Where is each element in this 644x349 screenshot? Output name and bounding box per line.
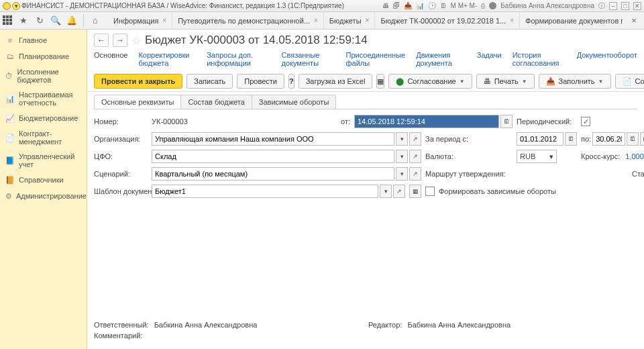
close-button[interactable]: ✕ xyxy=(633,2,641,10)
dropdown-icon[interactable]: ▾ xyxy=(396,167,408,181)
sidebar-item[interactable]: 🗂Планирование xyxy=(0,48,87,64)
app-tab[interactable]: Формирование документов по граф...× xyxy=(520,12,623,29)
bell-icon[interactable]: 🔔 xyxy=(66,15,78,27)
toolbar-icon[interactable]: ⎙ xyxy=(481,2,485,9)
link-related[interactable]: Связанные документы xyxy=(282,51,335,67)
link-main[interactable]: Основное xyxy=(94,51,127,67)
tab-close-icon[interactable]: × xyxy=(162,17,166,24)
period-to-input[interactable] xyxy=(592,132,625,146)
post-close-button[interactable]: Провести и закрыть xyxy=(94,74,182,89)
org-input[interactable] xyxy=(152,132,394,146)
rate-value: 1,0000 xyxy=(625,152,644,160)
link-files[interactable]: Присоединенные файлы xyxy=(345,51,405,67)
link-tasks[interactable]: Задачи xyxy=(477,51,502,67)
periodic-label: Периодический: xyxy=(517,117,577,126)
scenario-input[interactable] xyxy=(152,167,394,181)
doc-tab-dependent[interactable]: Зависимые обороты xyxy=(252,95,337,109)
template-input[interactable] xyxy=(152,185,378,198)
app-tab[interactable]: Информация× xyxy=(108,12,172,29)
toolbar-icon[interactable]: 🖶 xyxy=(382,2,389,9)
doc-title: Бюджет УК-000003 от 14.05.2018 12:59:14 xyxy=(145,34,368,47)
app-tab[interactable]: Бюджеты× xyxy=(324,12,376,29)
open-icon[interactable]: ↗ xyxy=(409,150,421,163)
sidebar-item[interactable]: 📊Настраиваемая отчетность xyxy=(0,87,87,110)
sidebar-item[interactable]: 📘Управленческий учет xyxy=(0,149,87,172)
dropdown-icon[interactable]: ▾ xyxy=(12,2,20,10)
tab-close-icon[interactable]: × xyxy=(314,17,318,24)
dropdown-icon[interactable]: ▾ xyxy=(396,150,408,163)
star-icon[interactable]: ★ xyxy=(17,15,30,27)
app-tab[interactable]: Путеводитель по демонстрационной...× xyxy=(172,12,324,29)
calendar-icon[interactable]: 🗓 xyxy=(500,115,513,128)
open-icon[interactable]: ↗ xyxy=(393,185,405,198)
save-button[interactable]: Записать xyxy=(186,74,233,89)
dropdown-icon[interactable]: ▾ xyxy=(396,132,408,146)
period-select-icon[interactable]: (•) xyxy=(640,132,644,146)
sidebar-item[interactable]: 📈Бюджетирование xyxy=(0,110,87,126)
periodic-checkbox[interactable]: ✓ xyxy=(581,117,590,126)
open-icon[interactable]: ↗ xyxy=(409,132,421,146)
print-button[interactable]: 🖶Печать▼ xyxy=(476,74,535,89)
home-icon[interactable]: ⌂ xyxy=(89,15,101,27)
sidebar-item[interactable]: ≡Главное xyxy=(0,32,87,48)
from-date-input[interactable] xyxy=(354,115,499,128)
favorite-star-icon[interactable]: ☆ xyxy=(131,34,141,47)
link-movements[interactable]: Движения документа xyxy=(416,51,466,67)
currency-label: Валюта: xyxy=(425,152,513,160)
sidebar-item[interactable]: ⚙Администрирование xyxy=(0,188,87,204)
link-docflow[interactable]: Документооборот xyxy=(577,51,637,67)
currency-select[interactable]: RUB▾ xyxy=(517,150,557,163)
sidebar-item[interactable]: ⏱Исполнение бюджетов xyxy=(0,64,87,87)
template-extra-icon[interactable]: ▦ xyxy=(409,185,421,198)
doc-links: Основное Корректировки бюджета Запросы д… xyxy=(87,51,644,71)
help-button[interactable]: ? xyxy=(288,74,294,89)
doc-tab-composition[interactable]: Состав бюджета xyxy=(180,95,252,109)
toolbar-text: M M+ M- xyxy=(451,2,478,9)
link-approval-history[interactable]: История согласования xyxy=(513,51,566,67)
toolbar-icon[interactable]: 📥 xyxy=(404,2,412,9)
sidebar-item[interactable]: 📄Контракт-менеджмент xyxy=(0,126,87,149)
period-from-input[interactable] xyxy=(517,132,564,146)
table-icon-button[interactable]: ▦ xyxy=(376,74,384,89)
planning-icon: 🗂 xyxy=(5,52,15,61)
create-from-button[interactable]: 📄Создать на основании▼ xyxy=(615,74,644,89)
dropdown-icon[interactable]: ▾ xyxy=(380,185,392,198)
toolbar-icon[interactable]: 🗐 xyxy=(393,2,400,9)
minimize-button[interactable]: – xyxy=(609,2,617,10)
link-corrections[interactable]: Корректировки бюджета xyxy=(138,51,196,67)
calendar-icon[interactable]: 🗓 xyxy=(565,132,577,146)
open-icon[interactable]: ↗ xyxy=(409,167,421,181)
app-tab[interactable]: Бюджет ТК-000002 от 19.02.2018 1...× xyxy=(375,12,520,29)
doc-tab-main[interactable]: Основные реквизиты xyxy=(94,95,181,109)
app-tabs: Информация× Путеводитель по демонстрацио… xyxy=(108,12,623,29)
tab-close-icon[interactable]: × xyxy=(366,17,370,24)
app-logo-icon xyxy=(3,2,11,10)
dep-flows-checkbox[interactable] xyxy=(425,187,435,196)
sidebar: ≡Главное 🗂Планирование ⏱Исполнение бюдже… xyxy=(0,30,87,349)
history-icon[interactable]: ↻ xyxy=(34,15,46,27)
fill-button[interactable]: 📥Заполнить▼ xyxy=(539,74,611,89)
calendar-icon[interactable]: 🗓 xyxy=(627,132,639,146)
search-icon[interactable]: 🔍 xyxy=(50,15,62,27)
load-excel-button[interactable]: Загрузка из Excel xyxy=(299,74,373,89)
dep-flows-label: Формировать зависимые обороты xyxy=(439,187,556,195)
post-button[interactable]: Провести xyxy=(237,74,284,89)
nav-back-button[interactable]: ← xyxy=(94,34,109,47)
apps-grid-icon[interactable] xyxy=(3,15,13,26)
toolbar-icon[interactable]: 📊 xyxy=(416,2,424,9)
close-all-tabs[interactable]: × xyxy=(627,15,641,26)
sidebar-item[interactable]: 📙Справочники xyxy=(0,172,87,188)
tab-close-icon[interactable]: × xyxy=(510,17,514,24)
doc-tabs: Основные реквизиты Состав бюджета Зависи… xyxy=(87,92,644,109)
user-name: Бабкина Анна Александровна xyxy=(500,2,594,9)
nav-forward-button[interactable]: → xyxy=(113,34,127,47)
cfo-input[interactable] xyxy=(152,150,394,163)
link-requests[interactable]: Запросы доп. информации xyxy=(207,51,270,67)
toolbar-icon[interactable]: 🗓 xyxy=(440,2,447,9)
route-label: Маршрут утверждения: xyxy=(425,170,577,178)
maximize-button[interactable]: □ xyxy=(621,2,629,10)
approval-button[interactable]: ⬤Согласование▼ xyxy=(388,74,472,89)
divider xyxy=(83,15,84,27)
toolbar-icon[interactable]: 🕒 xyxy=(428,2,436,9)
info-icon[interactable]: ⓘ xyxy=(598,1,605,11)
